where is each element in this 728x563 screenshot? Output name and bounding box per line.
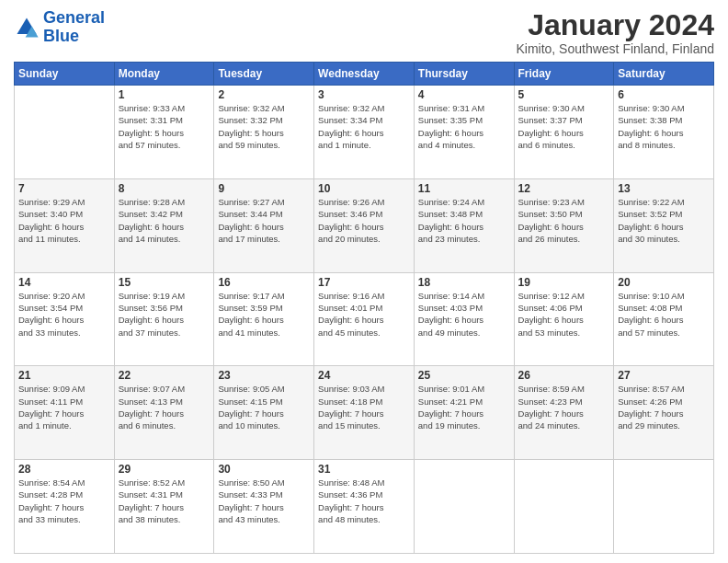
calendar-cell: 7Sunrise: 9:29 AM Sunset: 3:40 PM Daylig…: [15, 178, 115, 272]
day-info: Sunrise: 8:59 AM Sunset: 4:23 PM Dayligh…: [518, 383, 610, 431]
calendar-cell: 20Sunrise: 9:10 AM Sunset: 4:08 PM Dayli…: [614, 272, 714, 366]
day-number: 21: [18, 369, 110, 382]
week-row-2: 7Sunrise: 9:29 AM Sunset: 3:40 PM Daylig…: [15, 178, 714, 272]
day-number: 11: [418, 182, 510, 195]
calendar-cell: 16Sunrise: 9:17 AM Sunset: 3:59 PM Dayli…: [214, 272, 314, 366]
day-number: 7: [18, 182, 110, 195]
day-number: 16: [218, 276, 310, 289]
day-number: 6: [618, 88, 710, 101]
day-number: 29: [119, 463, 210, 476]
calendar-cell: 30Sunrise: 8:50 AM Sunset: 4:33 PM Dayli…: [214, 460, 314, 554]
calendar-cell: 9Sunrise: 9:27 AM Sunset: 3:44 PM Daylig…: [214, 178, 314, 272]
calendar-cell: 3Sunrise: 9:32 AM Sunset: 3:34 PM Daylig…: [314, 86, 415, 179]
day-info: Sunrise: 8:57 AM Sunset: 4:26 PM Dayligh…: [618, 383, 710, 431]
day-info: Sunrise: 9:22 AM Sunset: 3:52 PM Dayligh…: [618, 196, 710, 245]
day-info: Sunrise: 9:20 AM Sunset: 3:54 PM Dayligh…: [18, 290, 110, 339]
calendar-cell: 24Sunrise: 9:03 AM Sunset: 4:18 PM Dayli…: [314, 366, 415, 460]
week-row-3: 14Sunrise: 9:20 AM Sunset: 3:54 PM Dayli…: [15, 272, 714, 366]
day-number: 20: [618, 276, 710, 289]
calendar-cell: 14Sunrise: 9:20 AM Sunset: 3:54 PM Dayli…: [15, 272, 115, 366]
calendar-cell: 21Sunrise: 9:09 AM Sunset: 4:11 PM Dayli…: [15, 366, 115, 460]
day-number: 9: [218, 182, 310, 195]
day-info: Sunrise: 9:01 AM Sunset: 4:21 PM Dayligh…: [418, 383, 510, 431]
calendar-cell: 26Sunrise: 8:59 AM Sunset: 4:23 PM Dayli…: [514, 366, 614, 460]
day-info: Sunrise: 9:23 AM Sunset: 3:50 PM Dayligh…: [518, 196, 610, 245]
weekday-saturday: Saturday: [614, 63, 714, 86]
calendar-cell: 27Sunrise: 8:57 AM Sunset: 4:26 PM Dayli…: [614, 366, 714, 460]
day-number: 13: [618, 182, 710, 195]
weekday-sunday: Sunday: [15, 63, 115, 86]
day-info: Sunrise: 9:05 AM Sunset: 4:15 PM Dayligh…: [218, 383, 310, 431]
location: Kimito, Southwest Finland, Finland: [516, 41, 714, 56]
day-number: 26: [518, 369, 610, 382]
calendar-cell: 25Sunrise: 9:01 AM Sunset: 4:21 PM Dayli…: [414, 366, 514, 460]
day-info: Sunrise: 9:24 AM Sunset: 3:48 PM Dayligh…: [418, 196, 510, 245]
calendar-cell: 31Sunrise: 8:48 AM Sunset: 4:36 PM Dayli…: [314, 460, 415, 554]
day-info: Sunrise: 9:31 AM Sunset: 3:35 PM Dayligh…: [418, 102, 510, 151]
calendar-cell: [414, 460, 514, 554]
day-info: Sunrise: 9:03 AM Sunset: 4:18 PM Dayligh…: [318, 383, 410, 431]
day-info: Sunrise: 9:09 AM Sunset: 4:11 PM Dayligh…: [18, 383, 110, 431]
calendar-cell: 8Sunrise: 9:28 AM Sunset: 3:42 PM Daylig…: [114, 178, 214, 272]
calendar-cell: 28Sunrise: 8:54 AM Sunset: 4:28 PM Dayli…: [15, 460, 115, 554]
day-number: 31: [318, 463, 410, 476]
calendar-cell: 2Sunrise: 9:32 AM Sunset: 3:32 PM Daylig…: [214, 86, 314, 179]
day-info: Sunrise: 9:32 AM Sunset: 3:32 PM Dayligh…: [218, 102, 310, 151]
calendar: SundayMondayTuesdayWednesdayThursdayFrid…: [14, 62, 714, 554]
calendar-cell: 22Sunrise: 9:07 AM Sunset: 4:13 PM Dayli…: [114, 366, 214, 460]
calendar-cell: 23Sunrise: 9:05 AM Sunset: 4:15 PM Dayli…: [214, 366, 314, 460]
calendar-cell: 29Sunrise: 8:52 AM Sunset: 4:31 PM Dayli…: [114, 460, 214, 554]
calendar-cell: 17Sunrise: 9:16 AM Sunset: 4:01 PM Dayli…: [314, 272, 415, 366]
day-info: Sunrise: 9:12 AM Sunset: 4:06 PM Dayligh…: [518, 290, 610, 339]
day-info: Sunrise: 9:30 AM Sunset: 3:38 PM Dayligh…: [618, 102, 710, 151]
calendar-cell: 10Sunrise: 9:26 AM Sunset: 3:46 PM Dayli…: [314, 178, 415, 272]
day-info: Sunrise: 9:14 AM Sunset: 4:03 PM Dayligh…: [418, 290, 510, 339]
day-info: Sunrise: 9:27 AM Sunset: 3:44 PM Dayligh…: [218, 196, 310, 245]
day-number: 19: [518, 276, 610, 289]
calendar-cell: 6Sunrise: 9:30 AM Sunset: 3:38 PM Daylig…: [614, 86, 714, 179]
weekday-header-row: SundayMondayTuesdayWednesdayThursdayFrid…: [15, 63, 714, 86]
calendar-cell: 12Sunrise: 9:23 AM Sunset: 3:50 PM Dayli…: [514, 178, 614, 272]
day-number: 5: [518, 88, 610, 101]
header: General Blue January 2024 Kimito, Southw…: [14, 9, 714, 56]
day-number: 18: [418, 276, 510, 289]
calendar-cell: 18Sunrise: 9:14 AM Sunset: 4:03 PM Dayli…: [414, 272, 514, 366]
day-info: Sunrise: 9:16 AM Sunset: 4:01 PM Dayligh…: [318, 290, 410, 339]
weekday-monday: Monday: [114, 63, 214, 86]
week-row-1: 1Sunrise: 9:33 AM Sunset: 3:31 PM Daylig…: [15, 86, 714, 179]
calendar-cell: 4Sunrise: 9:31 AM Sunset: 3:35 PM Daylig…: [414, 86, 514, 179]
month-title: January 2024: [516, 9, 714, 41]
day-number: 17: [318, 276, 410, 289]
day-number: 8: [119, 182, 210, 195]
day-info: Sunrise: 9:17 AM Sunset: 3:59 PM Dayligh…: [218, 290, 310, 339]
day-number: 10: [318, 182, 410, 195]
calendar-cell: 13Sunrise: 9:22 AM Sunset: 3:52 PM Dayli…: [614, 178, 714, 272]
weekday-wednesday: Wednesday: [314, 63, 415, 86]
logo-icon: [14, 15, 40, 40]
day-info: Sunrise: 9:33 AM Sunset: 3:31 PM Dayligh…: [119, 102, 210, 151]
day-number: 2: [218, 88, 310, 101]
calendar-header: SundayMondayTuesdayWednesdayThursdayFrid…: [15, 63, 714, 86]
logo-general: General: [43, 8, 105, 27]
day-number: 24: [318, 369, 410, 382]
calendar-body: 1Sunrise: 9:33 AM Sunset: 3:31 PM Daylig…: [15, 86, 714, 554]
day-number: 3: [318, 88, 410, 101]
day-info: Sunrise: 9:29 AM Sunset: 3:40 PM Dayligh…: [18, 196, 110, 245]
day-info: Sunrise: 9:19 AM Sunset: 3:56 PM Dayligh…: [119, 290, 210, 339]
day-number: 28: [18, 463, 110, 476]
day-number: 27: [618, 369, 710, 382]
day-info: Sunrise: 9:07 AM Sunset: 4:13 PM Dayligh…: [119, 383, 210, 431]
page: General Blue January 2024 Kimito, Southw…: [0, 0, 728, 563]
weekday-friday: Friday: [514, 63, 614, 86]
calendar-cell: [15, 86, 115, 179]
weekday-thursday: Thursday: [414, 63, 514, 86]
day-number: 12: [518, 182, 610, 195]
calendar-cell: 19Sunrise: 9:12 AM Sunset: 4:06 PM Dayli…: [514, 272, 614, 366]
calendar-cell: [614, 460, 714, 554]
day-info: Sunrise: 9:30 AM Sunset: 3:37 PM Dayligh…: [518, 102, 610, 151]
day-info: Sunrise: 8:54 AM Sunset: 4:28 PM Dayligh…: [18, 477, 110, 525]
calendar-cell: 5Sunrise: 9:30 AM Sunset: 3:37 PM Daylig…: [514, 86, 614, 179]
logo: General Blue: [14, 9, 105, 46]
title-block: January 2024 Kimito, Southwest Finland, …: [516, 9, 714, 56]
calendar-cell: 15Sunrise: 9:19 AM Sunset: 3:56 PM Dayli…: [114, 272, 214, 366]
